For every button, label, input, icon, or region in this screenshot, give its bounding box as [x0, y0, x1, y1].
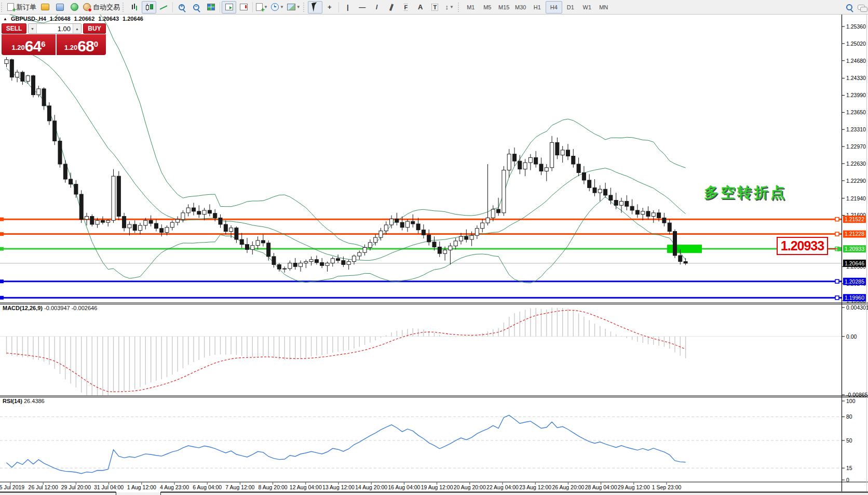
pivot-highlight-box[interactable] — [667, 245, 702, 253]
new-order-icon — [7, 3, 14, 11]
timeframe-h1-button[interactable]: H1 — [529, 1, 546, 14]
timeframe-w1-button[interactable]: W1 — [579, 1, 595, 14]
bearish-candle-body — [411, 221, 415, 224]
axis-price-box-label: 1.19960 — [845, 295, 864, 301]
templates-button[interactable]: ▼ — [286, 1, 302, 14]
periods-button[interactable]: ▼ — [269, 1, 286, 14]
fibonacci-tool-button[interactable]: F — [399, 1, 413, 14]
volume-decrease-button[interactable]: ▼ — [29, 24, 37, 33]
time-tick-label: 26 Jul 12:00 — [29, 484, 58, 490]
trendline-icon: / — [376, 3, 378, 11]
new-order-label: 新订单 — [16, 3, 36, 12]
chart-canvas[interactable]: 1.253601.250201.246801.243301.239901.236… — [0, 0, 868, 495]
bearish-candle-body — [432, 242, 436, 247]
arrows-tool-button[interactable]: ↕ ▼ — [442, 1, 457, 14]
buy-button[interactable]: BUY — [83, 23, 106, 34]
line-left-marker[interactable] — [0, 218, 4, 221]
timeframe-mn-button[interactable]: MN — [595, 1, 612, 14]
buy-price-sup: 0 — [94, 34, 98, 54]
bullish-candle-body — [406, 221, 410, 228]
indicators-button[interactable]: ▼ — [254, 1, 269, 14]
sell-button[interactable]: SELL — [2, 23, 26, 34]
bearish-candle-body — [117, 176, 120, 216]
market-watch-button[interactable] — [38, 1, 52, 14]
clock-icon — [271, 3, 279, 11]
search-icon[interactable] — [846, 4, 852, 10]
tile-windows-button[interactable] — [204, 1, 218, 14]
tile-windows-icon — [207, 4, 215, 10]
volume-increase-button[interactable]: ▲ — [73, 24, 81, 33]
line-right-marker[interactable] — [835, 232, 839, 236]
trendline-tool-button[interactable]: / — [370, 1, 384, 14]
toolbar-separator — [338, 2, 339, 12]
line-left-marker[interactable] — [0, 232, 4, 236]
crosshair-tool-button[interactable]: + — [322, 1, 337, 14]
cursor-tool-button[interactable] — [308, 1, 322, 14]
line-right-marker[interactable] — [835, 218, 839, 221]
line-left-marker[interactable] — [0, 296, 4, 300]
timeframe-m30-button[interactable]: M30 — [512, 1, 529, 14]
bar-chart-button[interactable] — [127, 1, 142, 14]
time-tick-label: 1 Sep 23:00 — [652, 484, 682, 490]
toolbar-grip — [1, 3, 5, 12]
bullish-candle-body — [299, 263, 303, 266]
timeframe-m15-button[interactable]: M15 — [496, 1, 512, 14]
symbol-period-label: GBPUSD-,H4 — [11, 16, 46, 22]
timeframe-m1-button[interactable]: M1 — [463, 1, 479, 14]
new-order-button[interactable]: 新订单 — [6, 1, 38, 14]
bearish-candle-body — [219, 218, 222, 224]
bullish-candle-body — [491, 209, 495, 218]
autotrading-label: 自动交易 — [93, 3, 120, 12]
chart-shift-button[interactable] — [236, 1, 251, 14]
line-chart-button[interactable] — [156, 1, 171, 14]
bearish-candle-body — [10, 60, 13, 77]
bearish-candle-body — [79, 194, 83, 219]
bullish-candle-body — [304, 262, 308, 263]
timeframe-m5-button[interactable]: M5 — [479, 1, 496, 14]
channel-tool-button[interactable]: ∥ — [384, 1, 399, 14]
axis-price-box-label: 1.20933 — [845, 246, 864, 252]
navigator-button[interactable] — [67, 1, 82, 14]
volume-input[interactable] — [37, 24, 73, 33]
macd-scale-label: -0.008651 — [846, 392, 868, 398]
autotrading-button[interactable]: 自动交易 — [82, 1, 121, 14]
auto-scroll-icon — [225, 4, 233, 10]
line-right-marker[interactable] — [835, 296, 839, 300]
data-window-button[interactable] — [52, 1, 67, 14]
one-click-toggle-icon[interactable]: ▲ — [3, 17, 7, 21]
navigator-icon — [71, 3, 78, 11]
bearish-candle-body — [646, 211, 650, 217]
zoom-out-button[interactable] — [189, 1, 204, 14]
timeframe-d1-button[interactable]: D1 — [562, 1, 579, 14]
bullish-candle-body — [652, 213, 655, 217]
price-callout-label[interactable]: 1.20933 — [777, 237, 828, 255]
bearish-candle-body — [213, 213, 217, 218]
bearish-candle-body — [123, 217, 126, 228]
bearish-candle-body — [272, 257, 276, 264]
cursor-icon — [311, 2, 318, 12]
line-left-marker[interactable] — [0, 247, 4, 251]
sell-price[interactable]: 1.20 64 6 — [2, 34, 56, 55]
auto-scroll-button[interactable] — [222, 1, 236, 14]
buy-price[interactable]: 1.20 68 0 — [57, 34, 106, 55]
bullish-candle-body — [459, 236, 463, 241]
text-tool-button[interactable]: A — [413, 1, 428, 14]
bullish-candle-body — [170, 222, 174, 228]
zoom-in-button[interactable] — [174, 1, 189, 14]
bullish-candle-body — [390, 219, 394, 225]
bullish-candle-body — [449, 246, 452, 250]
vertical-line-tool-button[interactable]: | — [341, 1, 355, 14]
line-left-marker[interactable] — [0, 279, 4, 283]
line-chart-icon — [160, 4, 167, 10]
bearish-candle-body — [42, 89, 46, 106]
sell-price-sup: 6 — [41, 34, 45, 54]
candlestick-chart-button[interactable] — [142, 1, 156, 14]
timeframe-h4-button[interactable]: H4 — [546, 1, 562, 14]
horizontal-line-tool-button[interactable]: — — [355, 1, 370, 14]
label-tool-button[interactable]: T — [428, 1, 442, 14]
line-right-marker[interactable] — [835, 279, 839, 283]
chat-icon[interactable] — [858, 5, 865, 10]
time-tick-label: 26 Aug 20:00 — [552, 484, 584, 490]
bearish-candle-body — [69, 179, 73, 184]
chevron-down-icon: ▼ — [280, 5, 284, 9]
